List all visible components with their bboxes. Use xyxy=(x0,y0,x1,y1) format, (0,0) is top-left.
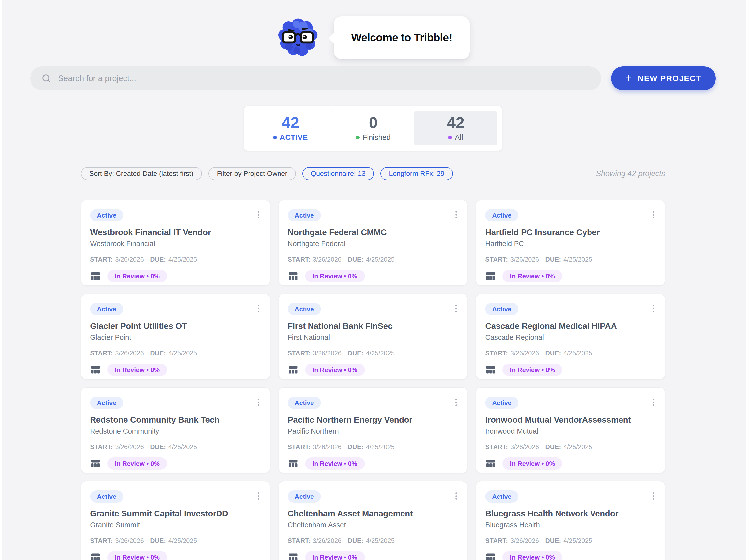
hero-header: Welcome to Tribble! xyxy=(0,0,746,59)
project-dates: START: 3/26/2026 DUE: 4/25/2025 xyxy=(485,349,656,357)
kebab-menu-icon[interactable] xyxy=(256,490,261,502)
due-date: 4/25/2025 xyxy=(168,256,197,263)
project-subtitle: Northgate Federal xyxy=(288,240,459,248)
kebab-menu-icon[interactable] xyxy=(256,397,261,408)
status-badge: Active xyxy=(288,397,321,409)
project-card[interactable]: Active Glacier Point Utilities OT Glacie… xyxy=(81,293,270,380)
status-badge: Active xyxy=(90,490,123,503)
project-subtitle: Pacific Northern xyxy=(288,427,459,435)
new-project-label: NEW PROJECT xyxy=(638,74,701,83)
progress-badge: In Review • 0% xyxy=(305,457,365,470)
kebab-menu-icon[interactable] xyxy=(652,209,656,221)
kebab-menu-icon[interactable] xyxy=(652,397,656,408)
project-card[interactable]: Active Westbrook Financial IT Vendor Wes… xyxy=(81,200,270,286)
due-label: DUE: xyxy=(348,537,364,544)
filter-owner-chip[interactable]: Filter by Project Owner xyxy=(208,167,296,180)
kebab-menu-icon[interactable] xyxy=(454,397,458,408)
start-label: START: xyxy=(288,256,311,263)
table-icon xyxy=(90,458,101,469)
start-date: 3/26/2026 xyxy=(115,256,144,263)
project-card[interactable]: Active Ironwood Mutual VendorAssessment … xyxy=(476,387,665,473)
kebab-menu-icon[interactable] xyxy=(454,490,458,502)
project-dates: START: 3/26/2026 DUE: 4/25/2025 xyxy=(485,443,656,451)
project-card[interactable]: Active Cheltenham Asset Management Chelt… xyxy=(279,481,468,560)
stat-finished-value: 0 xyxy=(369,115,378,131)
welcome-speech-bubble: Welcome to Tribble! xyxy=(334,17,470,59)
project-title: Cascade Regional Medical HIPAA xyxy=(485,321,656,331)
due-date: 4/25/2025 xyxy=(366,537,395,544)
kebab-menu-icon[interactable] xyxy=(454,209,458,221)
stat-all-value: 42 xyxy=(447,115,464,131)
tribble-mascot-logo xyxy=(276,16,320,59)
start-date: 3/26/2026 xyxy=(510,443,539,451)
project-title: Cheltenham Asset Management xyxy=(288,509,459,518)
project-dates: START: 3/26/2026 DUE: 4/25/2025 xyxy=(90,256,261,263)
due-label: DUE: xyxy=(150,349,166,357)
due-label: DUE: xyxy=(545,443,561,451)
start-label: START: xyxy=(90,443,113,451)
questionnaire-filter-chip[interactable]: Questionnaire: 13 xyxy=(302,167,374,180)
start-label: START: xyxy=(485,256,508,263)
status-badge: Active xyxy=(485,490,518,503)
project-card[interactable]: Active Hartfield PC Insurance Cyber Hart… xyxy=(476,200,665,286)
project-card[interactable]: Active Pacific Northern Energy Vendor Pa… xyxy=(279,387,468,473)
project-dates: START: 3/26/2026 DUE: 4/25/2025 xyxy=(288,537,459,544)
stat-all-label: All xyxy=(455,133,463,142)
due-label: DUE: xyxy=(150,256,166,263)
progress-badge: In Review • 0% xyxy=(305,551,365,560)
search-input[interactable] xyxy=(58,66,595,90)
project-dates: START: 3/26/2026 DUE: 4/25/2025 xyxy=(288,349,459,357)
project-title: Pacific Northern Energy Vendor xyxy=(288,415,459,425)
kebab-menu-icon[interactable] xyxy=(652,490,656,502)
stat-finished[interactable]: 0 Finished xyxy=(332,111,414,145)
project-subtitle: Cascade Regional xyxy=(485,333,656,341)
project-card[interactable]: Active Granite Summit Capital InvestorDD… xyxy=(81,481,270,560)
kebab-menu-icon[interactable] xyxy=(256,303,261,314)
status-badge: Active xyxy=(288,209,321,222)
project-search-bar[interactable] xyxy=(30,66,601,90)
project-card[interactable]: Active Bluegrass Health Network Vendor B… xyxy=(476,481,665,560)
kebab-menu-icon[interactable] xyxy=(256,209,261,221)
project-card-grid: Active Westbrook Financial IT Vendor Wes… xyxy=(81,200,665,560)
welcome-text: Welcome to Tribble! xyxy=(351,31,452,44)
progress-badge: In Review • 0% xyxy=(305,270,365,282)
kebab-menu-icon[interactable] xyxy=(652,303,656,314)
project-card[interactable]: Active Cascade Regional Medical HIPAA Ca… xyxy=(476,293,665,380)
status-badge: Active xyxy=(288,490,321,503)
start-label: START: xyxy=(485,537,508,544)
search-row: + NEW PROJECT xyxy=(30,66,716,90)
project-card[interactable]: Active Northgate Federal CMMC Northgate … xyxy=(279,200,468,286)
start-date: 3/26/2026 xyxy=(313,349,342,357)
project-dates: START: 3/26/2026 DUE: 4/25/2025 xyxy=(90,349,261,357)
progress-badge: In Review • 0% xyxy=(503,364,562,376)
progress-badge: In Review • 0% xyxy=(503,551,562,560)
start-date: 3/26/2026 xyxy=(313,256,342,263)
project-subtitle: Hartfield PC xyxy=(485,240,656,248)
sort-by-chip[interactable]: Sort By: Created Date (latest first) xyxy=(81,167,202,180)
stat-active-value: 42 xyxy=(282,115,299,131)
start-label: START: xyxy=(288,443,311,451)
longform-rfx-filter-chip[interactable]: Longform RFx: 29 xyxy=(380,167,453,180)
project-card[interactable]: Active First National Bank FinSec First … xyxy=(279,293,468,380)
due-date: 4/25/2025 xyxy=(168,537,197,544)
status-badge: Active xyxy=(90,303,123,315)
status-badge: Active xyxy=(485,397,518,409)
start-date: 3/26/2026 xyxy=(115,443,144,451)
project-title: Bluegrass Health Network Vendor xyxy=(485,509,656,518)
start-label: START: xyxy=(288,537,311,544)
project-title: Redstone Community Bank Tech xyxy=(90,415,261,425)
start-date: 3/26/2026 xyxy=(313,537,342,544)
project-card[interactable]: Active Redstone Community Bank Tech Reds… xyxy=(81,387,270,473)
progress-badge: In Review • 0% xyxy=(305,364,365,376)
search-icon xyxy=(41,73,52,84)
table-icon xyxy=(90,552,101,560)
kebab-menu-icon[interactable] xyxy=(454,303,458,314)
stat-all[interactable]: 42 All xyxy=(414,111,497,145)
project-subtitle: Bluegrass Health xyxy=(485,521,656,529)
project-dates: START: 3/26/2026 DUE: 4/25/2025 xyxy=(485,256,656,263)
project-title: Northgate Federal CMMC xyxy=(288,227,459,237)
stat-active[interactable]: 42 ACTIVE xyxy=(249,111,332,145)
window-edge xyxy=(0,0,2,560)
new-project-button[interactable]: + NEW PROJECT xyxy=(611,66,716,90)
project-subtitle: Cheltenham Asset xyxy=(288,521,459,529)
